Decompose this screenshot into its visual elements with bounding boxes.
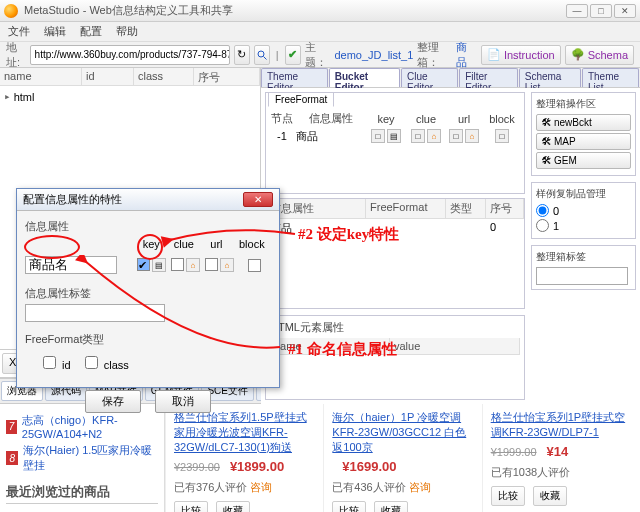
block-cell-icon[interactable]: □ — [495, 129, 509, 143]
tools-icon: 🛠 — [541, 155, 551, 166]
left-grid-header: name id class 序号 — [0, 68, 260, 86]
tab-filter-editor[interactable]: Filter Editor — [459, 68, 518, 87]
attr-name-input[interactable] — [25, 256, 117, 274]
maximize-button[interactable]: □ — [590, 4, 612, 18]
link-icon[interactable]: ⌂ — [465, 129, 479, 143]
dialog-ff-label: FreeFormat类型 — [25, 332, 271, 347]
compare-button[interactable]: 比较 — [491, 486, 525, 506]
tools-icon: 🛠 — [541, 117, 551, 128]
tab-schema-list[interactable]: Schema List — [519, 68, 581, 87]
chk-block[interactable] — [248, 259, 261, 272]
home-icon[interactable]: ⌂ — [186, 258, 200, 272]
save-button[interactable]: 保存 — [85, 390, 141, 413]
side-ops-title: 整理箱操作区 — [536, 97, 631, 111]
product-title[interactable]: 海尔（haier）1P 冷暖空调 KFR-23GW/03GCC12 白色 返10… — [332, 411, 466, 453]
side-label-title: 整理箱标签 — [536, 250, 631, 264]
editor-tabs: Theme Editor Bucket Editor Clue Editor F… — [261, 68, 640, 88]
menu-file[interactable]: 文件 — [8, 24, 30, 39]
chk-key[interactable]: ✔ — [137, 258, 150, 271]
radio-1[interactable]: 1 — [536, 219, 631, 232]
product-title[interactable]: 格兰仕怡宝系列1P壁挂式空调KFR-23GW/DLP7-1 — [491, 411, 625, 438]
note-icon[interactable]: ▤ — [152, 258, 166, 272]
org-label: 整理箱： — [417, 40, 451, 70]
menu-config[interactable]: 配置 — [80, 24, 102, 39]
tab-theme-editor[interactable]: Theme Editor — [261, 68, 328, 87]
search-button[interactable] — [254, 45, 270, 65]
tree-icon: 🌳 — [571, 48, 585, 61]
compare-button[interactable]: 比较 — [174, 501, 208, 512]
url-text: http://www.360buy.com/products/737-794-8… — [35, 49, 230, 60]
chk-clue[interactable] — [171, 258, 184, 271]
cancel-button[interactable]: 取消 — [155, 390, 211, 413]
window-titlebar: MetaStudio - Web信息结构定义工具和共享 — □ ✕ — [0, 0, 640, 22]
address-label: 地址: — [6, 40, 26, 70]
key-cell-icon[interactable]: □ — [371, 129, 385, 143]
gem-button[interactable]: 🛠GEM — [536, 152, 631, 169]
rank-item[interactable]: 8海尔(Haier) 1.5匹家用冷暖壁挂 — [6, 443, 158, 473]
home-icon[interactable]: ⌂ — [220, 258, 234, 272]
minimize-button[interactable]: — — [566, 4, 588, 18]
radio-0[interactable]: 0 — [536, 204, 631, 217]
fav-button[interactable]: 收藏 — [533, 486, 567, 506]
firefox-icon — [4, 4, 18, 18]
recent-heading: 最近浏览过的商品 — [6, 483, 158, 504]
svg-line-1 — [263, 56, 266, 59]
tab-clue-editor[interactable]: Clue Editor — [401, 68, 458, 87]
new-bucket-button[interactable]: 🛠newBckt — [536, 114, 631, 131]
dialog-attr-label: 信息属性 — [25, 219, 271, 234]
confirm-button[interactable]: ✔ — [285, 45, 301, 65]
note-icon[interactable]: ▤ — [387, 129, 401, 143]
url-combo[interactable]: http://www.360buy.com/products/737-794-8… — [30, 45, 230, 65]
side-sample-title: 样例复制品管理 — [536, 187, 631, 201]
tools-icon: 🛠 — [541, 136, 551, 147]
tree-row-html[interactable]: ▸ html — [4, 90, 256, 103]
url-cell-icon[interactable]: □ — [449, 129, 463, 143]
instruction-button[interactable]: 📄Instruction — [481, 45, 561, 65]
attr-tag-input[interactable] — [25, 304, 165, 322]
attr-grid: 信息属性 FreeFormat 类型 序号 商品 0 — [265, 198, 525, 309]
doc-icon: 📄 — [487, 48, 501, 61]
attr-grid-row[interactable]: 商品 0 — [266, 219, 524, 238]
fav-button[interactable]: 收藏 — [374, 501, 408, 512]
svg-point-0 — [258, 51, 264, 57]
right-panel: Theme Editor Bucket Editor Clue Editor F… — [261, 68, 640, 377]
freeformat-row[interactable]: -1 商品 □▤ □⌂ □⌂ □ — [268, 126, 522, 146]
menu-edit[interactable]: 编辑 — [44, 24, 66, 39]
chk-url[interactable] — [205, 258, 218, 271]
expand-icon[interactable]: ▸ — [4, 90, 11, 103]
freeformat-group: FreeFormat 节点 信息属性 key clue url block -1… — [265, 92, 525, 194]
tab-bucket-editor[interactable]: Bucket Editor — [329, 68, 400, 87]
freeformat-tab[interactable]: FreeFormat — [268, 92, 334, 107]
schema-button[interactable]: 🌳Schema — [565, 45, 634, 65]
chk-id[interactable]: id — [39, 353, 71, 372]
clue-cell-icon[interactable]: □ — [411, 129, 425, 143]
bucket-label-input[interactable] — [536, 267, 628, 285]
dialog-tag-label: 信息属性标签 — [25, 286, 271, 301]
config-attr-dialog: 配置信息属性的特性 ✕ 信息属性 key clue url block ✔▤ ⌂… — [16, 188, 280, 388]
subject-label: 主题： — [305, 40, 331, 70]
close-button[interactable]: ✕ — [614, 4, 636, 18]
product-card: 海尔（haier）1P 冷暖空调 KFR-23GW/03GCC12 白色 返10… — [323, 404, 481, 512]
org-link[interactable]: 商品 — [456, 40, 473, 70]
toolbar: 地址: http://www.360buy.com/products/737-7… — [0, 42, 640, 68]
chk-class[interactable]: class — [81, 353, 129, 372]
tab-theme-list[interactable]: Theme List — [582, 68, 639, 87]
window-title: MetaStudio - Web信息结构定义工具和共享 — [24, 3, 233, 18]
dialog-title: 配置信息属性的特性 — [23, 192, 122, 207]
product-card: 格兰仕怡宝系列1P壁挂式空调KFR-23GW/DLP7-1 ¥1999.00¥1… — [482, 404, 640, 512]
refresh-button[interactable]: ↻ — [234, 45, 250, 65]
map-button[interactable]: 🛠MAP — [536, 133, 631, 150]
home-icon[interactable]: ⌂ — [427, 129, 441, 143]
subject-link[interactable]: demo_JD_list_1 — [334, 49, 413, 61]
menu-help[interactable]: 帮助 — [116, 24, 138, 39]
side-panel: 整理箱操作区 🛠newBckt 🛠MAP 🛠GEM 样例复制品管理 0 1 整理… — [531, 92, 636, 400]
fav-button[interactable]: 收藏 — [216, 501, 250, 512]
search-icon — [256, 49, 268, 61]
compare-button[interactable]: 比较 — [332, 501, 366, 512]
html-attr-section: HTML元素属性 name value — [265, 315, 525, 400]
dialog-close-button[interactable]: ✕ — [243, 192, 273, 207]
